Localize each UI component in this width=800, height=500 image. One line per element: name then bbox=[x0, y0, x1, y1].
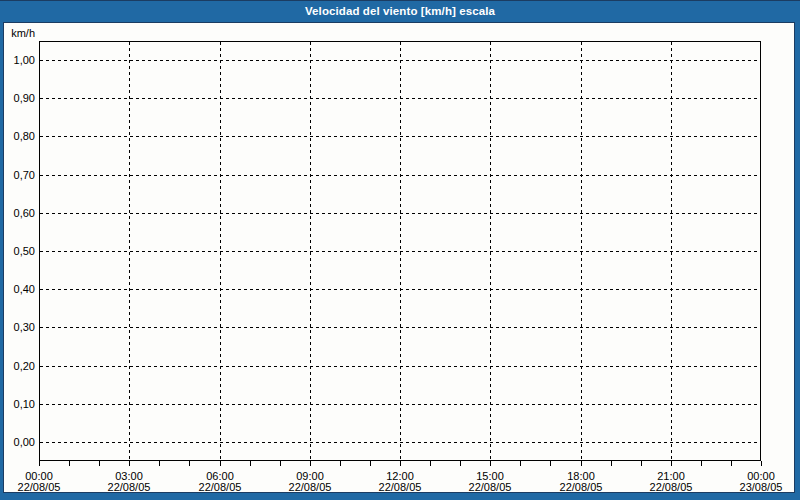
x-axis-tick bbox=[671, 461, 672, 466]
x-axis-tick bbox=[581, 461, 582, 466]
x-tick-date-label: 22/08/05 bbox=[549, 482, 613, 493]
x-axis-tick bbox=[340, 461, 341, 466]
x-tick-date-label: 22/08/05 bbox=[458, 482, 522, 493]
x-tick-date-label: 22/08/05 bbox=[639, 482, 703, 493]
x-gridline bbox=[310, 42, 311, 460]
x-axis-tick bbox=[370, 461, 371, 466]
x-gridline bbox=[400, 42, 401, 460]
plot-area bbox=[39, 41, 761, 461]
x-axis-tick bbox=[99, 461, 100, 466]
x-axis-tick bbox=[641, 461, 642, 466]
y-tick-label: 0,50 bbox=[4, 244, 35, 258]
x-gridline bbox=[490, 42, 491, 460]
x-axis-tick bbox=[701, 461, 702, 466]
x-tick-date-label: 22/08/05 bbox=[188, 482, 252, 493]
x-axis-tick bbox=[69, 461, 70, 466]
x-axis-tick bbox=[250, 461, 251, 466]
y-tick-label: 1,00 bbox=[4, 53, 35, 67]
y-tick-label: 0,80 bbox=[4, 129, 35, 143]
x-axis-tick bbox=[129, 461, 130, 466]
x-gridline bbox=[581, 42, 582, 460]
y-tick-label: 0,40 bbox=[4, 282, 35, 296]
x-gridline bbox=[220, 42, 221, 460]
y-tick-label: 0,70 bbox=[4, 168, 35, 182]
x-axis-tick bbox=[280, 461, 281, 466]
x-axis-tick bbox=[310, 461, 311, 466]
y-tick-label: 0,10 bbox=[4, 397, 35, 411]
chart-content: km/h 1,000,900,800,700,600,500,400,300,2… bbox=[3, 22, 795, 493]
y-tick-label: 0,00 bbox=[4, 435, 35, 449]
x-axis-tick bbox=[520, 461, 521, 466]
x-axis-tick bbox=[159, 461, 160, 466]
y-tick-label: 0,90 bbox=[4, 91, 35, 105]
y-tick-label: 0,60 bbox=[4, 206, 35, 220]
x-tick-date-label: 23/08/05 bbox=[729, 482, 793, 493]
x-axis-tick bbox=[189, 461, 190, 466]
y-axis-unit-label: km/h bbox=[4, 26, 35, 40]
x-axis-tick bbox=[220, 461, 221, 466]
x-tick-date-label: 22/08/05 bbox=[368, 482, 432, 493]
x-axis-tick bbox=[460, 461, 461, 466]
x-axis-tick bbox=[39, 461, 40, 466]
x-axis-tick bbox=[430, 461, 431, 466]
x-tick-date-label: 22/08/05 bbox=[7, 482, 71, 493]
x-axis-tick bbox=[611, 461, 612, 466]
chart-window: Velocidad del viento [km/h] escala km/h … bbox=[0, 0, 800, 500]
x-axis-tick bbox=[761, 461, 762, 466]
window-titlebar[interactable]: Velocidad del viento [km/h] escala bbox=[0, 0, 800, 22]
x-tick-date-label: 22/08/05 bbox=[278, 482, 342, 493]
x-axis-tick bbox=[490, 461, 491, 466]
window-title: Velocidad del viento [km/h] escala bbox=[0, 1, 800, 22]
x-gridline bbox=[671, 42, 672, 460]
x-axis-tick bbox=[731, 461, 732, 466]
x-gridline bbox=[129, 42, 130, 460]
x-tick-date-label: 22/08/05 bbox=[97, 482, 161, 493]
x-axis-tick bbox=[550, 461, 551, 466]
y-tick-label: 0,30 bbox=[4, 320, 35, 334]
x-axis-tick bbox=[400, 461, 401, 466]
y-tick-label: 0,20 bbox=[4, 359, 35, 373]
